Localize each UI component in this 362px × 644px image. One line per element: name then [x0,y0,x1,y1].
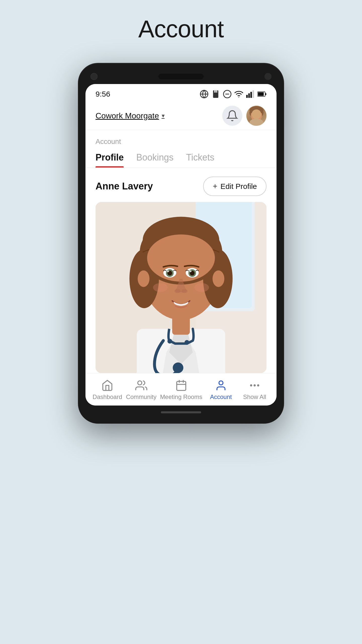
phone-device: 9:56 [78,63,284,424]
svg-point-18 [258,114,259,115]
svg-point-49 [138,381,142,385]
nav-action-buttons [222,106,266,126]
svg-point-34 [147,234,215,282]
status-bar: 9:56 [85,84,277,102]
svg-point-27 [167,339,172,344]
tab-tickets[interactable]: Tickets [186,147,214,167]
avatar-image [246,106,266,126]
account-section-label: Account [85,130,277,147]
no-entry-icon [223,90,232,99]
svg-rect-2 [214,90,215,93]
nav-label-meeting-rooms: Meeting Rooms [160,393,202,400]
nav-label-dashboard: Dashboard [93,393,122,400]
phone-speaker [158,74,204,79]
svg-rect-8 [248,93,250,98]
phone-sensor [264,73,272,80]
tab-profile[interactable]: Profile [96,147,124,167]
nav-item-account[interactable]: Account [206,379,236,400]
page-background-title: Account [138,15,224,43]
phone-screen: 9:56 [85,84,277,406]
svg-point-46 [194,283,209,292]
nav-item-show-all[interactable]: Show All [240,379,270,400]
plus-icon: + [213,182,217,191]
svg-rect-3 [215,90,216,93]
svg-point-47 [138,270,150,287]
nav-item-meeting-rooms[interactable]: Meeting Rooms [160,379,202,400]
svg-rect-9 [250,92,252,98]
notifications-button[interactable] [222,106,242,126]
edit-profile-label: Edit Profile [220,182,257,191]
svg-point-17 [254,114,255,115]
svg-point-56 [254,385,255,386]
top-nav-bar: Cowork Moorgate ▾ [85,102,277,130]
svg-point-44 [182,289,187,293]
svg-rect-12 [258,92,264,96]
user-avatar-button[interactable] [246,106,266,126]
workspace-selector[interactable]: Cowork Moorgate ▾ [96,111,165,120]
svg-rect-4 [216,90,217,93]
calendar-icon [175,379,187,391]
profile-svg [96,202,266,373]
community-icon [135,379,147,391]
signal-icon [246,90,255,99]
profile-header: Anne Lavery + Edit Profile [85,168,277,202]
svg-point-16 [249,106,263,114]
svg-rect-7 [246,95,248,98]
tabs-bar: Profile Bookings Tickets [85,147,277,168]
bell-icon [226,110,238,122]
nav-item-community[interactable]: Community [126,379,156,400]
svg-point-54 [219,381,223,385]
avatar-svg [246,106,266,126]
doctor-illustration [96,202,266,373]
svg-point-55 [251,385,252,386]
workspace-chevron-icon: ▾ [162,112,165,119]
svg-point-48 [212,270,224,287]
nav-label-show-all: Show All [243,393,266,400]
status-time: 9:56 [96,90,110,98]
storage-icon [211,90,220,99]
svg-point-25 [173,363,183,373]
more-icon [249,379,261,391]
home-icon [101,379,113,391]
workspace-label: Cowork Moorgate [96,111,159,120]
profile-name: Anne Lavery [96,181,153,192]
wifi-icon [234,90,243,99]
nav-label-community: Community [126,393,156,400]
svg-point-57 [258,385,259,386]
status-icons [200,90,266,99]
phone-top-bar [85,70,277,84]
bottom-nav: Dashboard Community [85,373,277,406]
svg-point-45 [153,283,168,292]
profile-photo [96,202,266,373]
svg-point-26 [185,340,189,345]
battery-icon [257,90,266,99]
nav-label-account: Account [210,393,232,400]
svg-point-38 [167,270,169,272]
svg-rect-50 [177,381,186,390]
home-indicator [161,411,201,413]
tab-bookings[interactable]: Bookings [136,147,173,167]
account-icon [215,379,227,391]
nav-item-dashboard[interactable]: Dashboard [92,379,122,400]
edit-profile-button[interactable]: + Edit Profile [203,177,266,196]
svg-point-43 [174,289,180,293]
globe-icon [200,90,209,99]
svg-rect-13 [265,93,266,95]
svg-rect-10 [252,90,254,98]
phone-camera [90,73,98,80]
svg-point-42 [189,270,192,272]
